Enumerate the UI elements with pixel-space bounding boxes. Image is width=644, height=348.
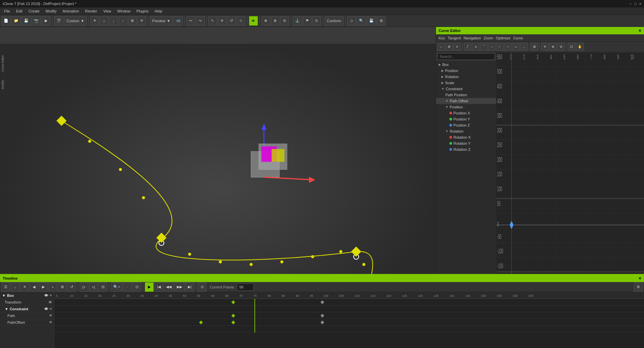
render-btn[interactable]: 🎬 — [54, 16, 64, 26]
menu-modify[interactable]: Modify — [43, 8, 59, 14]
menu-plugins[interactable]: Plugins — [134, 8, 151, 14]
ce-move[interactable]: ✛ — [541, 43, 549, 51]
play-preview-btn[interactable]: ▶ — [42, 16, 50, 26]
attach-btn[interactable]: ⚓ — [293, 16, 302, 26]
tree-item-position-y[interactable]: Position Y — [436, 116, 496, 122]
export-btn[interactable]: ↓ — [109, 16, 118, 26]
tl-play[interactable]: ▶ — [145, 282, 154, 292]
tl-zoom-in[interactable]: 🔍+ — [111, 282, 122, 292]
tree-item-position[interactable]: ▶ Position — [436, 68, 496, 74]
ce-menu-navigation[interactable]: Navigation — [464, 36, 481, 40]
save2-btn[interactable]: 💾 — [367, 16, 376, 26]
motion-btn[interactable]: ⊗ — [271, 16, 280, 26]
kf-path-1[interactable] — [199, 320, 203, 324]
menu-edit[interactable]: Edit — [13, 8, 25, 14]
track-constraint-eye[interactable]: 👁 — [44, 307, 48, 311]
ce-menu-zoom[interactable]: Zoom — [484, 36, 493, 40]
ce-t4[interactable]: ⌣ — [488, 43, 495, 51]
ce-key-btn[interactable]: ⬦ — [437, 43, 445, 51]
maximize-btn[interactable]: □ — [634, 2, 637, 6]
tree-item-path-position[interactable]: Path Position — [436, 92, 496, 98]
tree-item-constraint[interactable]: ▼ Constraint — [436, 86, 496, 92]
tl-end[interactable]: ▶| — [185, 282, 194, 292]
undo-btn[interactable]: ↩ — [187, 16, 195, 26]
tl-snap[interactable]: ⊞ — [58, 282, 67, 292]
import-btn[interactable]: ↑ — [119, 16, 127, 26]
menu-window[interactable]: Window — [115, 8, 133, 14]
curve-editor-close[interactable]: ✕ — [638, 29, 641, 33]
ce-hand[interactable]: ✋ — [576, 43, 584, 51]
tl-loop[interactable]: ↺ — [67, 282, 76, 292]
transform-btn[interactable]: ✛ — [137, 16, 146, 26]
ce-frame-all[interactable]: ⊡ — [568, 43, 575, 51]
curve-editor-tab[interactable]: Curve Editor — [1, 55, 5, 72]
track-constraint-arrow[interactable]: ▼ — [5, 307, 8, 311]
ce-menu-tangent[interactable]: Tangent — [448, 36, 461, 40]
more-btn[interactable]: ⊞ — [377, 16, 386, 26]
track-box-close[interactable]: ✕ — [49, 294, 52, 297]
tree-item-rotation-z[interactable]: Rotation Z — [436, 146, 496, 152]
tree-item-path-offset[interactable]: ▼ Path Offset — [436, 98, 496, 104]
kf-box-1[interactable] — [231, 300, 235, 304]
current-frame-input[interactable] — [237, 283, 254, 291]
save-btn[interactable]: 💾 — [22, 16, 31, 26]
tree-item-scale[interactable]: ▶ Scale — [436, 80, 496, 86]
ce-t7[interactable]: ⌙ — [512, 43, 520, 51]
tl-prev-key[interactable]: ◀ — [30, 282, 38, 292]
camera-btn[interactable]: 📹 — [173, 16, 183, 26]
tree-item-rotation-x[interactable]: Rotation X — [436, 134, 496, 140]
minimize-btn[interactable]: − — [629, 2, 631, 6]
timeline-ruler[interactable]: 5 10 15 20 25 30 35 40 45 50 55 60 65 70 — [54, 292, 644, 348]
ce-menu-curve[interactable]: Curve — [513, 36, 523, 40]
open-btn[interactable]: 📁 — [11, 16, 21, 26]
modify-tab[interactable]: Modify — [1, 80, 5, 89]
ce-layer-btn[interactable]: ≡ — [453, 43, 461, 51]
tl-delete[interactable]: ✕ — [20, 282, 29, 292]
tl-next[interactable]: ▶▶ — [174, 282, 185, 292]
tree-item-box[interactable]: ▶ Box — [436, 62, 496, 68]
kf-path-3[interactable] — [321, 320, 324, 324]
flag-btn[interactable]: ⚑ — [303, 16, 312, 26]
ce-t8[interactable]: ⌟ — [520, 43, 528, 51]
tl-in-point[interactable]: [+ — [80, 282, 88, 292]
move-btn[interactable]: ✛ — [218, 16, 227, 26]
track-path-close[interactable]: ✕ — [49, 313, 52, 318]
close-btn[interactable]: × — [639, 2, 641, 6]
timeline-close[interactable]: ✕ — [638, 276, 641, 281]
menu-create[interactable]: Create — [26, 8, 42, 14]
new-btn[interactable]: 📄 — [1, 16, 11, 26]
home-btn[interactable]: ⌂ — [100, 16, 109, 26]
menu-render[interactable]: Render — [82, 8, 100, 14]
kf-path-2[interactable] — [231, 320, 235, 324]
ce-menu-optimize[interactable]: Optimize — [496, 36, 510, 40]
physics-btn[interactable]: ⊘ — [280, 16, 289, 26]
kf-box-2[interactable] — [321, 300, 324, 304]
tl-prev[interactable]: ◀◀ — [164, 282, 174, 292]
tree-item-offset-position[interactable]: ▼ Position — [436, 104, 496, 110]
ce-t6[interactable]: ¬ — [504, 43, 512, 51]
tl-out-point[interactable]: +] — [89, 282, 98, 292]
tl-next-key[interactable]: ▶ — [39, 282, 48, 292]
custom-dropdown[interactable]: Custom ▼ — [64, 16, 87, 26]
tl-start[interactable]: |◀ — [154, 282, 163, 292]
ce-snap[interactable]: ⊞ — [531, 43, 538, 51]
menu-file[interactable]: File — [1, 8, 13, 14]
kf-constraint-2[interactable] — [321, 314, 324, 317]
select-btn[interactable]: ↖ — [208, 16, 217, 26]
track-pathoffset-close[interactable]: ✕ — [49, 320, 52, 324]
ce-add-btn[interactable]: ⊕ — [445, 43, 453, 51]
tl-zoom-dot[interactable]: · — [123, 282, 132, 292]
zoom-btn[interactable]: 🔍 — [357, 16, 366, 26]
curve-search-input[interactable] — [437, 53, 495, 60]
ce-zoom-in[interactable]: ⊕ — [549, 43, 557, 51]
puppet-btn[interactable]: ⊕ — [261, 16, 270, 26]
ce-zoom-out[interactable]: ⊖ — [557, 43, 565, 51]
rotate-btn[interactable]: ↺ — [227, 16, 236, 26]
menu-view[interactable]: View — [100, 8, 114, 14]
material-btn[interactable]: ◇ — [347, 16, 356, 26]
track-transform-eye[interactable]: 👁 — [48, 300, 52, 304]
record-btn[interactable]: ⊙ — [312, 16, 321, 26]
ce-t3[interactable]: ⌒ — [480, 43, 487, 51]
ce-t1[interactable]: ╱ — [464, 43, 471, 51]
tl-menu[interactable]: ☰ — [1, 282, 10, 292]
